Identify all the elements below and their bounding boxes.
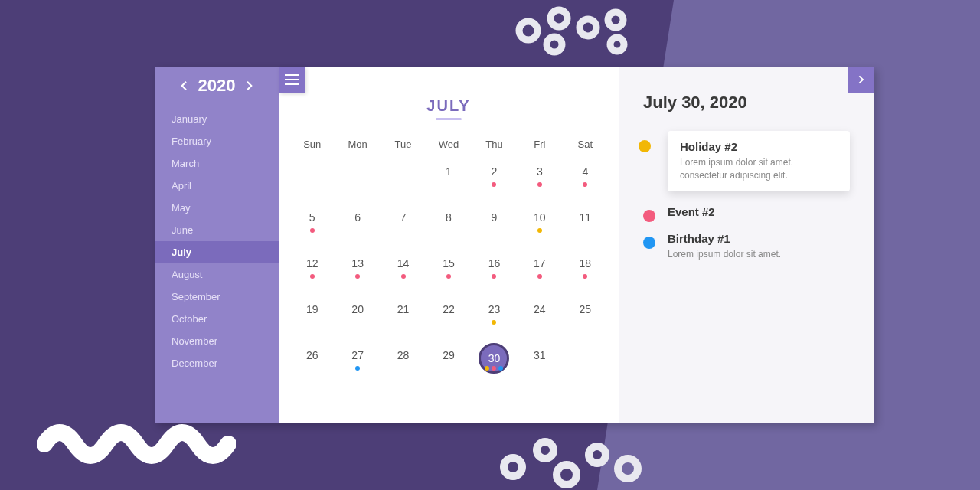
day-number: 9 <box>492 207 498 224</box>
year-selector: 2020 <box>155 76 279 96</box>
calendar-day-19[interactable]: 19 <box>289 299 335 345</box>
day-number: 6 <box>354 207 361 224</box>
calendar-day-8[interactable]: 8 <box>426 207 471 253</box>
calendar-day-23[interactable]: 23 <box>472 299 517 345</box>
day-number: 17 <box>534 253 546 270</box>
calendar-day-7[interactable]: 7 <box>381 207 426 253</box>
event-marker-blue <box>643 237 655 249</box>
event-dot-blue <box>355 366 360 371</box>
calendar-day-empty <box>381 161 426 207</box>
event-item[interactable]: Holiday #2Lorem ipsum dolor sit amet, co… <box>668 131 850 191</box>
next-panel-button[interactable] <box>848 67 874 93</box>
event-dot-pink <box>583 274 587 279</box>
calendar-day-15[interactable]: 15 <box>426 253 471 299</box>
calendar-day-24[interactable]: 24 <box>517 299 562 345</box>
decor-rings-bottom <box>490 421 658 490</box>
event-title: Holiday #2 <box>680 140 838 153</box>
event-item[interactable]: Birthday #1Lorem ipsum dolor sit amet. <box>668 232 850 261</box>
calendar-day-18[interactable]: 18 <box>563 253 608 299</box>
svg-point-7 <box>537 442 554 459</box>
event-dot-pink <box>355 274 360 279</box>
calendar-day-10[interactable]: 10 <box>517 207 562 253</box>
calendar-day-16[interactable]: 16 <box>472 253 517 299</box>
calendar-day-2[interactable]: 2 <box>472 161 517 207</box>
day-of-week-header: Sat <box>563 132 608 161</box>
sidebar-month-june[interactable]: June <box>155 219 279 241</box>
day-number: 11 <box>579 207 591 224</box>
sidebar-month-december[interactable]: December <box>155 352 279 374</box>
event-title: Birthday #1 <box>668 232 850 245</box>
day-number: 31 <box>534 345 546 361</box>
calendar-day-22[interactable]: 22 <box>426 299 471 345</box>
calendar-day-28[interactable]: 28 <box>381 345 426 390</box>
sidebar-month-november[interactable]: November <box>155 330 279 352</box>
event-dot-pink <box>401 274 406 279</box>
day-details-panel: July 30, 2020 Holiday #2Lorem ipsum dolo… <box>619 67 874 423</box>
calendar-day-21[interactable]: 21 <box>381 299 426 345</box>
calendar-day-30[interactable]: 30 <box>472 345 517 390</box>
day-number: 26 <box>306 345 318 361</box>
menu-button[interactable] <box>279 67 305 93</box>
svg-point-10 <box>618 459 638 479</box>
event-dot-pink <box>583 182 587 187</box>
day-number: 8 <box>446 207 452 224</box>
calendar-day-1[interactable]: 1 <box>426 161 471 207</box>
sidebar-month-may[interactable]: May <box>155 197 279 219</box>
calendar-day-13[interactable]: 13 <box>335 253 380 299</box>
day-of-week-header: Tue <box>381 132 426 161</box>
calendar-day-11[interactable]: 11 <box>563 207 608 253</box>
calendar-day-empty <box>563 345 608 390</box>
day-number: 5 <box>309 207 315 224</box>
decor-squiggle <box>37 390 236 467</box>
day-number: 2 <box>492 161 498 178</box>
calendar-grid-panel: JULY SunMonTueWedThuFriSat 1234567891011… <box>279 67 619 423</box>
calendar-day-3[interactable]: 3 <box>517 161 562 207</box>
event-item[interactable]: Event #2 <box>668 205 850 218</box>
calendar-day-27[interactable]: 27 <box>335 345 380 390</box>
calendar-day-9[interactable]: 9 <box>472 207 517 253</box>
calendar-day-31[interactable]: 31 <box>517 345 562 390</box>
day-number: 27 <box>351 345 364 361</box>
event-description: Lorem ipsum dolor sit amet. <box>668 248 850 261</box>
calendar-day-4[interactable]: 4 <box>563 161 608 207</box>
prev-year-icon[interactable] <box>177 79 191 93</box>
calendar-day-20[interactable]: 20 <box>335 299 380 345</box>
svg-point-0 <box>519 21 537 40</box>
sidebar-month-january[interactable]: January <box>155 108 279 130</box>
sidebar-month-april[interactable]: April <box>155 175 279 197</box>
day-number: 28 <box>397 345 410 361</box>
day-number: 20 <box>351 299 364 315</box>
day-of-week-header: Thu <box>472 132 517 161</box>
day-number: 19 <box>306 299 318 315</box>
calendar-day-14[interactable]: 14 <box>381 253 426 299</box>
day-number: 22 <box>443 299 455 315</box>
sidebar-month-september[interactable]: September <box>155 286 279 308</box>
day-of-week-header: Sun <box>289 132 335 161</box>
calendar-day-29[interactable]: 29 <box>426 345 471 390</box>
sidebar-month-october[interactable]: October <box>155 308 279 330</box>
month-title: JULY <box>289 97 608 115</box>
day-number: 10 <box>534 207 546 224</box>
day-number: 14 <box>397 253 410 270</box>
next-year-icon[interactable] <box>243 79 256 93</box>
calendar-day-6[interactable]: 6 <box>335 207 380 253</box>
day-number: 1 <box>446 161 452 178</box>
day-number: 15 <box>443 253 455 270</box>
calendar-day-17[interactable]: 17 <box>517 253 562 299</box>
calendar-day-5[interactable]: 5 <box>289 207 335 253</box>
calendar-day-25[interactable]: 25 <box>563 299 608 345</box>
event-dot-pink <box>446 274 451 279</box>
event-dot-pink <box>537 274 542 279</box>
sidebar-month-july[interactable]: July <box>155 241 279 263</box>
day-number: 25 <box>579 299 591 315</box>
decor-rings-top <box>505 0 643 61</box>
calendar-day-26[interactable]: 26 <box>289 345 335 390</box>
day-number: 3 <box>537 161 543 178</box>
day-of-week-header: Wed <box>426 132 471 161</box>
sidebar-month-august[interactable]: August <box>155 263 279 286</box>
sidebar-month-february[interactable]: February <box>155 130 279 152</box>
sidebar-month-march[interactable]: March <box>155 152 279 175</box>
calendar-day-12[interactable]: 12 <box>289 253 335 299</box>
event-description: Lorem ipsum dolor sit amet, consectetur … <box>680 156 838 182</box>
month-sidebar: 2020 JanuaryFebruaryMarchAprilMayJuneJul… <box>155 67 279 423</box>
